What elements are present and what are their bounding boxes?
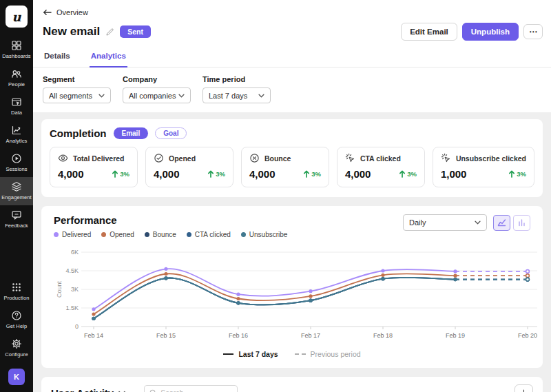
- svg-text:0: 0: [75, 323, 79, 330]
- edit-email-button[interactable]: Edit Email: [401, 23, 457, 41]
- sidebar-item-engagement[interactable]: Engagement: [0, 177, 33, 205]
- sidebar-item-label: Analytics: [6, 138, 28, 144]
- main-content: Overview New email Sent Edit Email Unpub…: [33, 0, 551, 392]
- app-logo[interactable]: u: [6, 6, 28, 28]
- cursor-click-icon: [441, 153, 451, 163]
- sidebar-item-label: Engagement: [1, 194, 32, 200]
- stat-card-cta-clicked: CTA clicked 4,000 3%: [337, 147, 425, 187]
- user-activity-title: User Activity: [51, 387, 114, 392]
- stat-card-opened: Opened 4,000 3%: [145, 147, 233, 187]
- back-link[interactable]: Overview: [43, 8, 88, 17]
- sidebar-item-dashboards[interactable]: Dashboards: [0, 36, 33, 64]
- edit-title-icon[interactable]: [105, 28, 114, 37]
- page-title: New email: [43, 25, 100, 39]
- chevron-down-icon: [475, 220, 481, 225]
- sidebar-item-people[interactable]: People: [0, 64, 33, 92]
- check-circle-icon: [154, 153, 164, 163]
- solid-line-swatch: [223, 353, 233, 355]
- stat-value: 1,000: [441, 168, 467, 180]
- svg-text:Feb 18: Feb 18: [373, 332, 393, 339]
- sidebar-item-label: Sessions: [6, 166, 27, 172]
- sidebar-item-sessions[interactable]: Sessions: [0, 149, 33, 177]
- segment-select[interactable]: All segments: [43, 87, 111, 103]
- goal-pill[interactable]: Goal: [155, 127, 187, 139]
- sidebar-item-label: Feedback: [5, 223, 28, 229]
- bar-chart-toggle-button[interactable]: [513, 215, 530, 231]
- trend-badge: 3%: [207, 170, 225, 178]
- email-pill[interactable]: Email: [114, 127, 149, 139]
- svg-text:4.5K: 4.5K: [65, 267, 79, 274]
- production-icon: [11, 282, 22, 293]
- sidebar-item-label: Dashboards: [2, 53, 30, 59]
- legend-item-opened[interactable]: Opened: [101, 231, 134, 238]
- filter-company: Company All companies: [123, 75, 191, 103]
- svg-text:Feb 19: Feb 19: [446, 332, 465, 339]
- eye-icon: [58, 153, 68, 163]
- search-box: [144, 385, 238, 392]
- svg-text:Feb 16: Feb 16: [229, 332, 248, 339]
- tab-analytics[interactable]: Analytics: [90, 46, 127, 68]
- legend-item-unsubscribe[interactable]: Unsubscribe: [241, 231, 288, 238]
- bar-chart-icon: [517, 218, 526, 227]
- user-avatar[interactable]: K: [8, 369, 25, 385]
- interval-select[interactable]: Daily: [403, 214, 487, 231]
- filter-label: Company: [123, 75, 191, 83]
- svg-text:3K: 3K: [71, 286, 79, 293]
- sidebar-item-production[interactable]: Production: [0, 278, 33, 306]
- search-input[interactable]: [160, 389, 232, 392]
- unpublish-button[interactable]: Unpublish: [462, 23, 519, 41]
- chart-period-legend: Last 7 days Previous period: [54, 347, 530, 362]
- more-actions-button[interactable]: ⋯: [523, 24, 543, 39]
- company-select[interactable]: All companies: [123, 87, 191, 103]
- stat-card-unsubscribe-clicked: Unsubscribe clicked 1,000 3%: [433, 147, 534, 187]
- filter-label: Time period: [202, 75, 271, 83]
- cursor-click-icon: [345, 153, 355, 163]
- user-activity-section: User Activity Users Delivered Opened CTA…: [41, 377, 543, 392]
- sidebar-item-get-help[interactable]: Get Help: [0, 306, 33, 334]
- legend-dot: [54, 232, 59, 237]
- legend-last-7-days[interactable]: Last 7 days: [223, 350, 278, 358]
- svg-text:Feb 14: Feb 14: [84, 332, 103, 339]
- search-icon: [149, 389, 157, 392]
- x-circle-icon: [249, 153, 260, 163]
- time-period-select[interactable]: Last 7 days: [202, 87, 271, 103]
- sidebar-item-data[interactable]: Data: [0, 92, 33, 121]
- trend-up-icon: [303, 170, 310, 178]
- chevron-down-icon: [178, 94, 185, 98]
- download-button[interactable]: [514, 384, 533, 392]
- legend-item-cta-clicked[interactable]: CTA clicked: [187, 231, 231, 238]
- line-chart-toggle-button[interactable]: [493, 215, 510, 231]
- legend-dot: [145, 232, 149, 237]
- trend-up-icon: [508, 170, 515, 178]
- chevron-down-icon: [258, 94, 264, 98]
- filters: Segment All segments Company All compani…: [43, 68, 543, 112]
- status-badge: Sent: [120, 25, 151, 38]
- legend-item-delivered[interactable]: Delivered: [54, 231, 91, 238]
- trend-up-icon: [207, 170, 214, 178]
- user-activity-title-dropdown[interactable]: User Activity: [51, 387, 125, 392]
- sidebar-item-configure[interactable]: Configure: [0, 334, 33, 362]
- page-body: Completion Email Goal Total Delivered 4,…: [33, 112, 551, 392]
- analytics-icon: [11, 125, 22, 136]
- filter-label: Segment: [43, 75, 111, 83]
- sidebar-item-label: People: [8, 81, 25, 87]
- dashed-line-swatch: [295, 353, 306, 355]
- feedback-icon: [11, 209, 22, 220]
- sidebar-item-analytics[interactable]: Analytics: [0, 121, 33, 149]
- back-arrow-icon: [43, 9, 52, 16]
- tab-details[interactable]: Details: [43, 46, 72, 68]
- stat-card-total-delivered: Total Delivered 4,000 3%: [50, 147, 138, 187]
- trend-up-icon: [112, 170, 118, 178]
- sidebar-item-feedback[interactable]: Feedback: [0, 205, 33, 234]
- legend-dot: [187, 232, 191, 237]
- legend-item-bounce[interactable]: Bounce: [145, 231, 176, 238]
- svg-text:Feb 17: Feb 17: [301, 332, 320, 339]
- sidebar-item-label: Production: [4, 295, 30, 301]
- sidebar-item-label: Configure: [5, 351, 28, 358]
- legend-previous-period[interactable]: Previous period: [295, 350, 361, 358]
- trend-badge: 3%: [399, 170, 417, 178]
- svg-text:6K: 6K: [71, 249, 79, 256]
- data-icon: [11, 96, 22, 107]
- download-icon: [519, 389, 528, 392]
- stat-value: 4,000: [58, 168, 84, 180]
